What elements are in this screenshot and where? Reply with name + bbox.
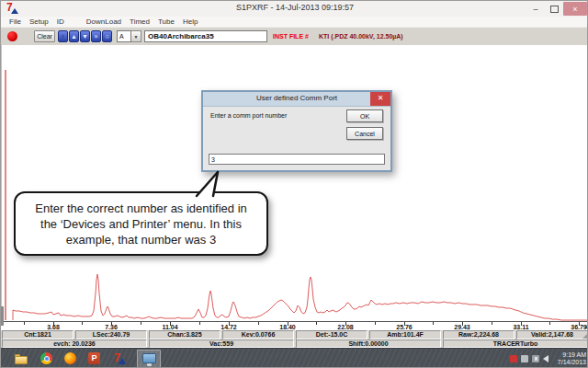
taskbar: P 7 9:19 AM 7/14/2013 (0, 348, 588, 368)
clear-button[interactable]: Clear (34, 30, 55, 42)
menu-id[interactable]: ID (57, 17, 64, 26)
window-title: S1PXRF - 14-Jul-2013 09:19:57 (1, 3, 588, 12)
annotation-callout: Enter the correct number as identified i… (14, 191, 268, 256)
axis-minor-tick (433, 322, 434, 325)
menu-tube[interactable]: Tube (158, 17, 175, 26)
spectrum-select-combo[interactable]: A ▼ (117, 30, 141, 42)
active-window-icon[interactable] (137, 350, 161, 368)
status-shift: Shift:0.00000 (296, 339, 441, 348)
powerpoint-icon[interactable]: P (88, 352, 102, 366)
axis-minor-tick (549, 322, 550, 325)
axis-tick-label: 7.36 (105, 324, 118, 330)
menu-download[interactable]: DownLoad (86, 17, 121, 26)
system-tray (510, 355, 548, 362)
axis-tick-label: 11.04 (162, 324, 177, 330)
triangle-down-button[interactable]: ▼ (80, 30, 90, 42)
axis-minor-tick (24, 322, 25, 325)
callout-line1: Enter the correct number as identified i… (16, 201, 266, 216)
speaker-icon[interactable] (543, 355, 548, 362)
file-explorer-icon[interactable] (15, 352, 28, 366)
resize-grip (582, 333, 588, 339)
axis-tick-label: 29.43 (454, 324, 470, 330)
axis-minor-tick (199, 322, 200, 325)
status-raw: Raw:2,224.68 (443, 330, 514, 339)
menu-setup[interactable]: Setup (29, 17, 49, 26)
status-bar-row1: Cnt:1821 LSec:240.79 Chan:3.825 Kev:0.07… (1, 330, 588, 339)
menu-bar: File Setup ID DownLoad Timed Tube Help (1, 17, 588, 27)
axis-tick-label: 33.11 (513, 324, 528, 330)
comm-port-dialog: User defined Comm Port ✕ Enter a comm po… (201, 90, 392, 172)
circle-marker-button[interactable]: ○ (102, 30, 112, 42)
menu-help[interactable]: Help (183, 17, 198, 26)
status-chan: Chan:3.825 (149, 330, 220, 339)
maximize-icon (550, 6, 559, 13)
status-evch: evch: 20.0236 (2, 339, 147, 348)
axis-minor-tick (82, 322, 83, 325)
callout-line2: the ‘Devices and Printer’ menu. In this (16, 216, 266, 232)
status-kev: Kev:0.0766 (222, 330, 294, 339)
status-valid: Valid:2,147.68 (516, 330, 588, 339)
comm-port-input[interactable] (209, 154, 385, 165)
maximize-button[interactable] (545, 2, 563, 16)
axis-minor-tick (492, 322, 492, 325)
cancel-button[interactable]: Cancel (346, 127, 383, 140)
axis-tick-label: 18.40 (279, 324, 296, 330)
taskbar-clock[interactable]: 9:19 AM 7/14/2013 (558, 351, 586, 366)
s1pxrf-window: 7 S1PXRF - 14-Jul-2013 09:19:57 – × File… (0, 0, 588, 368)
axis-tick-label: 3.68 (47, 324, 60, 330)
status-lsec: LSec:240.79 (75, 330, 147, 339)
status-instrument: TRACERTurbo (443, 339, 588, 348)
instrument-settings-label: KTI (.PDZ 40.00kV, 12.50µA) (319, 33, 403, 40)
dialog-title: User defined Comm Port (203, 94, 390, 102)
minimize-button[interactable]: – (526, 2, 545, 16)
axis-minor-tick (375, 322, 376, 325)
upload-arrow-button[interactable]: ↑ (58, 30, 68, 42)
callout-line3: example, that number was 3 (16, 232, 266, 247)
status-det: Det:-15.0C (296, 330, 368, 339)
axis-minor-tick (258, 322, 259, 325)
dialog-close-button[interactable]: ✕ (370, 92, 390, 106)
device-tray-icon[interactable] (521, 355, 528, 362)
ok-button[interactable]: OK (346, 109, 383, 122)
record-indicator-icon (7, 31, 17, 41)
filename-input[interactable] (144, 30, 267, 42)
inst-file-label: INST FILE # (273, 33, 309, 40)
clock-date: 7/14/2013 (558, 359, 586, 366)
s1pxrf-taskbar-icon[interactable]: 7 (113, 352, 127, 366)
combo-value[interactable]: A (117, 30, 131, 42)
toolbar: Clear ↑ ▲ ▼ × ○ A ▼ INST FILE # KTI (.PD… (1, 27, 588, 46)
menu-file[interactable]: File (9, 17, 21, 26)
status-amb: Amb:101.4F (369, 330, 441, 339)
axis-tick-label: 14.72 (220, 324, 237, 330)
close-button[interactable]: × (563, 2, 587, 16)
dialog-prompt: Enter a comm port number (210, 112, 287, 119)
axis-minor-tick (316, 322, 317, 325)
status-count: Cnt:1821 (2, 330, 74, 339)
spectrum-chart-area[interactable] (1, 45, 588, 321)
dialog-title-bar[interactable]: User defined Comm Port ✕ (203, 92, 390, 107)
chrome-icon[interactable] (40, 352, 54, 366)
x-axis: 3.687.3611.0414.7218.4022.0825.7629.4333… (1, 321, 588, 330)
status-vac: Vac:559 (149, 339, 294, 348)
clock-time: 9:19 AM (558, 351, 586, 359)
chevron-down-icon[interactable]: ▼ (131, 30, 141, 42)
axis-tick-label: 25.76 (396, 324, 413, 330)
title-bar: 7 S1PXRF - 14-Jul-2013 09:19:57 – × (1, 1, 588, 17)
axis-minor-tick (141, 322, 141, 325)
spectrum-nav-buttons: ↑ ▲ ▼ × ○ (58, 30, 112, 42)
status-bar-row2: evch: 20.0236 Vac:559 Shift:0.00000 TRAC… (1, 339, 588, 348)
action-center-icon[interactable] (510, 355, 517, 362)
firefox-icon[interactable] (64, 352, 78, 366)
menu-timed[interactable]: Timed (130, 17, 150, 26)
triangle-up-button[interactable]: ▲ (69, 30, 79, 42)
axis-tick-label: 22.08 (337, 324, 354, 330)
x-marker-button[interactable]: × (91, 30, 101, 42)
